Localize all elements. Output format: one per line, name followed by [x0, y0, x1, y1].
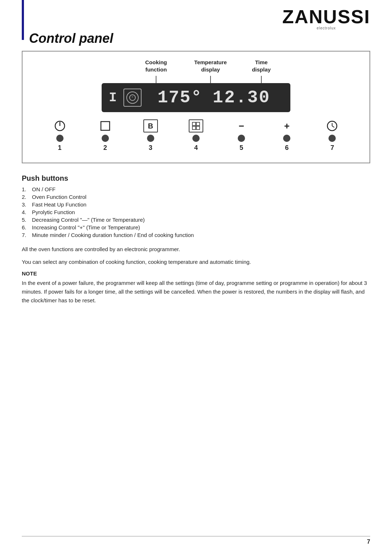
time-display-label: Timedisplay	[240, 59, 283, 73]
button-3-number: 3	[149, 144, 152, 152]
item-text-6: Increasing Control "+" (Time or Temperat…	[32, 224, 140, 230]
item-num-2: 2.	[22, 194, 29, 200]
button-4-dot[interactable]	[192, 135, 200, 142]
logo-text: ZANUSSI	[282, 7, 370, 26]
button-2-group: 2	[98, 119, 113, 152]
list-item: 4. Pyrolytic Function	[22, 209, 370, 215]
display-time: 12.30	[213, 88, 271, 107]
button-4-group: 4	[189, 119, 203, 152]
button-3-dot[interactable]	[147, 135, 154, 142]
clock-icon	[325, 119, 339, 132]
display-bar: I	[109, 90, 117, 105]
item-text-4: Pyrolytic Function	[32, 209, 75, 215]
item-num-3: 3.	[22, 201, 29, 208]
button-7-dot[interactable]	[328, 135, 336, 142]
svg-rect-5	[101, 122, 110, 130]
b-box-icon: B	[143, 119, 158, 132]
minus-symbol: −	[239, 120, 244, 132]
cooking-function-label: Cookingfunction	[131, 59, 181, 73]
svg-rect-8	[192, 126, 196, 130]
minus-icon: −	[234, 119, 249, 132]
main-content: Cookingfunction Temperaturedisplay Timed…	[22, 51, 370, 305]
button-row: 1 2 B 3	[33, 119, 359, 152]
button-6-group: + 6	[279, 119, 294, 152]
svg-line-12	[332, 126, 334, 127]
display-temperature: 175°	[151, 88, 209, 107]
display-screen: I ° 175° 12.30	[102, 83, 290, 112]
button-5-group: − 5	[234, 119, 249, 152]
panel-diagram: Cookingfunction Temperaturedisplay Timed…	[22, 51, 370, 163]
push-buttons-section: Push buttons 1. ON / OFF 2. Oven Functio…	[22, 174, 370, 238]
connector-2	[181, 76, 240, 83]
button-3-group: B 3	[143, 119, 158, 152]
accent-bar	[22, 0, 24, 40]
button-7-number: 7	[330, 144, 334, 152]
item-text-5: Decreasing Control "—" (Time or Temperat…	[32, 217, 145, 223]
body-text-1: All the oven functions are controlled by…	[22, 245, 370, 254]
item-num-1: 1.	[22, 186, 29, 192]
item-text-1: ON / OFF	[32, 186, 56, 192]
item-num-7: 7.	[22, 232, 29, 238]
list-item: 5. Decreasing Control "—" (Time or Tempe…	[22, 217, 370, 223]
item-num-4: 4.	[22, 209, 29, 215]
note-text: In the event of a power failure, the pro…	[22, 279, 370, 305]
connector-1	[131, 76, 181, 83]
connector-3	[240, 76, 283, 83]
page-number: 7	[367, 539, 370, 545]
display-function-icon: °	[123, 89, 142, 107]
grid-icon	[189, 119, 203, 132]
square-icon	[98, 119, 113, 132]
list-item: 1. ON / OFF	[22, 186, 370, 192]
item-num-5: 5.	[22, 217, 29, 223]
button-1-group: 1	[53, 119, 67, 152]
plus-symbol: +	[284, 120, 290, 132]
button-6-dot[interactable]	[283, 135, 290, 142]
svg-text:°: °	[131, 95, 133, 101]
button-4-number: 4	[194, 144, 198, 152]
item-num-6: 6.	[22, 224, 29, 230]
button-2-number: 2	[103, 144, 107, 152]
list-item: 6. Increasing Control "+" (Time or Tempe…	[22, 224, 370, 230]
button-6-number: 6	[285, 144, 289, 152]
button-1-dot[interactable]	[56, 135, 64, 142]
bottom-bar: 7	[22, 536, 370, 545]
vert-line-1	[156, 76, 156, 83]
power-icon	[53, 119, 67, 132]
button-5-dot[interactable]	[238, 135, 245, 142]
button-2-dot[interactable]	[102, 135, 109, 142]
push-buttons-list: 1. ON / OFF 2. Oven Function Control 3. …	[22, 186, 370, 238]
list-item: 7. Minute minder / Cooking duration func…	[22, 232, 370, 238]
button-1-number: 1	[58, 144, 62, 152]
connector-row	[33, 76, 359, 83]
push-buttons-title: Push buttons	[22, 174, 370, 183]
list-item: 3. Fast Heat Up Function	[22, 201, 370, 208]
item-text-2: Oven Function Control	[32, 194, 86, 200]
item-text-3: Fast Heat Up Function	[32, 201, 86, 208]
button-7-group: 7	[325, 119, 339, 152]
b-symbol: B	[148, 122, 153, 130]
note-section: NOTE In the event of a power failure, th…	[22, 270, 370, 305]
button-5-number: 5	[240, 144, 243, 152]
page-title: Control panel	[29, 31, 113, 46]
svg-rect-9	[196, 126, 200, 130]
vert-line-2	[210, 76, 211, 83]
svg-rect-6	[192, 122, 196, 126]
brand-logo: ZANUSSI electrolux	[282, 7, 370, 30]
list-item: 2. Oven Function Control	[22, 194, 370, 200]
vert-line-3	[261, 76, 262, 83]
body-text-2: You can select any combination of cookin…	[22, 258, 370, 266]
temperature-display-label: Temperaturedisplay	[181, 59, 240, 73]
note-title: NOTE	[22, 270, 370, 277]
item-text-7: Minute minder / Cooking duration functio…	[32, 232, 194, 238]
plus-icon: +	[279, 119, 294, 132]
label-row: Cookingfunction Temperaturedisplay Timed…	[33, 59, 359, 73]
svg-rect-7	[196, 122, 200, 126]
